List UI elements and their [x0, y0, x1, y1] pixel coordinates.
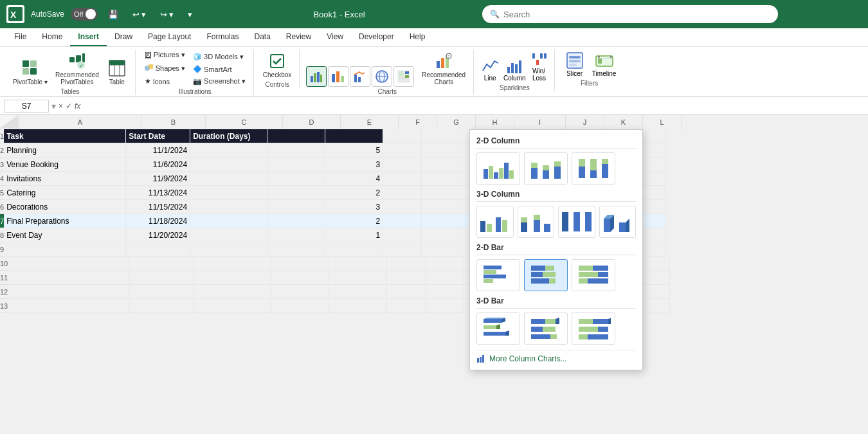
cell-b5[interactable]: 11/13/2024 [126, 186, 190, 200]
cell-a9[interactable] [4, 242, 126, 257]
cell-f10[interactable] [387, 257, 426, 271]
cell-d2[interactable] [267, 143, 325, 158]
tab-page-layout[interactable]: Page Layout [140, 28, 199, 46]
search-box[interactable]: 🔍 [482, 5, 778, 23]
cell-a12[interactable] [8, 285, 130, 299]
tab-view[interactable]: View [319, 28, 351, 46]
3d-stacked-bar-option[interactable] [524, 312, 568, 345]
cell-e3[interactable]: 3 [325, 158, 383, 172]
cell-g8[interactable] [422, 228, 460, 242]
recommended-pivot-button[interactable]: ✓ RecommendedPivotTables [53, 50, 102, 87]
col-header-i[interactable]: I [514, 115, 566, 129]
cell-d6[interactable] [267, 200, 325, 214]
cell-a1[interactable]: Task [4, 129, 126, 143]
cell-b8[interactable]: 11/20/2024 [126, 228, 190, 242]
smartart-button[interactable]: 🔷 SmartArt [190, 64, 248, 75]
cell-b3[interactable]: 11/6/2024 [126, 158, 190, 172]
more-column-charts-link[interactable]: More Column Charts... [476, 350, 636, 363]
cell-d11[interactable] [271, 271, 329, 285]
cell-g7[interactable] [422, 214, 460, 228]
cell-f8[interactable] [383, 228, 422, 242]
cell-a2[interactable]: Planning [4, 143, 126, 158]
cell-f2[interactable] [383, 143, 422, 158]
3d-100pct-column-option[interactable] [558, 206, 595, 238]
row-num-13[interactable]: 13 [0, 299, 8, 313]
undo-button[interactable]: ↩ ▾ [129, 8, 150, 21]
cell-f12[interactable] [387, 285, 426, 299]
cell-a6[interactable]: Decorations [4, 200, 126, 214]
cell-g4[interactable] [422, 172, 460, 186]
line-sparkline-button[interactable]: Line [480, 57, 500, 83]
cell-e1[interactable] [325, 129, 383, 143]
quick-access-more[interactable]: ▾ [184, 8, 196, 21]
cell-d1[interactable] [267, 129, 325, 143]
cell-c4[interactable] [190, 172, 267, 186]
col-header-e[interactable]: E [341, 115, 399, 129]
cell-c8[interactable] [190, 228, 267, 242]
3d-clustered-column-option[interactable] [476, 206, 514, 238]
cell-d10[interactable] [271, 257, 329, 271]
cell-e11[interactable] [329, 271, 387, 285]
stacked-column-option[interactable] [524, 152, 568, 185]
col-header-j[interactable]: J [566, 115, 604, 129]
clustered-bar-option[interactable] [476, 259, 520, 291]
cell-b9[interactable] [126, 242, 190, 257]
cell-e9[interactable] [325, 242, 383, 257]
cell-a4[interactable]: Invitations [4, 172, 126, 186]
cell-b13[interactable] [130, 299, 194, 313]
cell-c13[interactable] [194, 299, 271, 313]
cell-f4[interactable] [383, 172, 422, 186]
cell-f3[interactable] [383, 158, 422, 172]
100pct-stacked-column-option[interactable] [572, 152, 615, 185]
cell-g13[interactable] [426, 299, 464, 313]
cell-e10[interactable] [329, 257, 387, 271]
cell-g12[interactable] [426, 285, 464, 299]
icons-button[interactable]: ★ Icons [142, 76, 188, 87]
cell-d4[interactable] [267, 172, 325, 186]
screenshot-button[interactable]: 📷 Screenshot ▾ [190, 76, 248, 87]
cell-b6[interactable]: 11/15/2024 [126, 200, 190, 214]
tab-data[interactable]: Data [246, 28, 278, 46]
cancel-formula-button[interactable]: × [59, 102, 63, 111]
cell-b10[interactable] [130, 257, 194, 271]
3d-column-only-option[interactable] [599, 206, 637, 238]
cell-f1[interactable] [383, 129, 422, 143]
cell-f11[interactable] [387, 271, 426, 285]
cell-f6[interactable] [383, 200, 422, 214]
pivot-chart-button[interactable] [393, 66, 414, 87]
col-header-g[interactable]: G [437, 115, 476, 129]
cell-reference-input[interactable] [4, 100, 49, 113]
cell-d3[interactable] [267, 158, 325, 172]
line-bar-button[interactable] [328, 66, 348, 87]
combo-chart-button[interactable] [350, 66, 370, 87]
pictures-button[interactable]: 🖼 Pictures ▾ [142, 50, 188, 60]
row-num-10[interactable]: 10 [0, 257, 8, 271]
tab-formulas[interactable]: Formulas [199, 28, 246, 46]
tab-home[interactable]: Home [34, 28, 70, 46]
cell-e7[interactable]: 2 [325, 214, 383, 228]
slicer-button[interactable]: Slicer [561, 50, 588, 78]
search-input[interactable] [503, 10, 770, 19]
cell-d7[interactable] [267, 214, 325, 228]
col-header-l[interactable]: L [643, 115, 682, 129]
redo-button[interactable]: ↪ ▾ [156, 8, 177, 21]
cell-c12[interactable] [194, 285, 271, 299]
cell-c2[interactable] [190, 143, 267, 158]
cell-b7[interactable]: 11/18/2024 [126, 214, 190, 228]
cell-c6[interactable] [190, 200, 267, 214]
cell-g1[interactable] [422, 129, 460, 143]
cell-g11[interactable] [426, 271, 464, 285]
autosave-toggle[interactable]: Off [71, 8, 98, 21]
formula-input[interactable] [83, 102, 864, 111]
tab-help[interactable]: Help [402, 28, 433, 46]
col-header-b[interactable]: B [141, 115, 206, 129]
timeline-button[interactable]: ◀ ▶ Timeline [591, 50, 618, 78]
3d-stacked-column-option[interactable] [518, 206, 555, 238]
recommended-charts-button[interactable]: ? RecommendedCharts [419, 50, 468, 87]
cell-ref-expand[interactable]: ▾ [51, 101, 56, 111]
cell-g3[interactable] [422, 158, 460, 172]
column-chart-button[interactable] [306, 66, 327, 87]
cell-e4[interactable]: 4 [325, 172, 383, 186]
cell-c1[interactable]: Duration (Days) [190, 129, 267, 143]
100pct-stacked-bar-option[interactable] [572, 259, 615, 291]
